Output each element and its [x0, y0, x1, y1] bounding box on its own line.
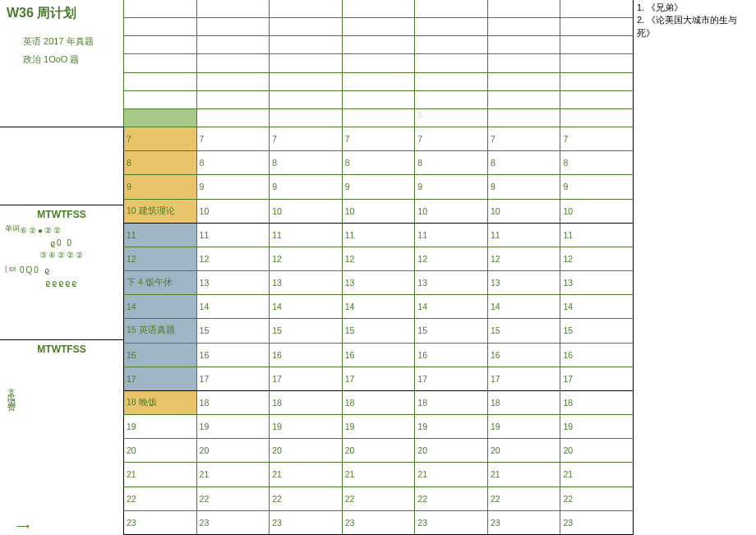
- sched-cell[interactable]: 7: [123, 127, 196, 150]
- sched-cell[interactable]: 9: [269, 175, 342, 198]
- sched-cell[interactable]: 21: [123, 463, 196, 486]
- sched-cell[interactable]: 23: [196, 511, 270, 534]
- sched-cell[interactable]: 13: [342, 271, 415, 294]
- sched-cell[interactable]: 下 4 饭午休: [123, 271, 196, 294]
- sched-cell[interactable]: 16: [196, 344, 270, 367]
- sched-cell[interactable]: 21: [342, 463, 415, 486]
- sched-cell[interactable]: 22: [342, 487, 415, 510]
- sched-cell[interactable]: 20: [342, 439, 415, 462]
- sched-cell[interactable]: 8: [560, 151, 633, 174]
- sched-cell[interactable]: 22: [414, 487, 487, 510]
- sched-cell[interactable]: 20: [560, 439, 633, 462]
- sched-cell[interactable]: 13: [560, 271, 633, 294]
- sched-cell[interactable]: 18: [196, 391, 270, 414]
- sched-cell[interactable]: 10: [560, 200, 633, 223]
- sched-cell[interactable]: 11: [560, 224, 633, 247]
- sched-cell[interactable]: 21: [560, 463, 633, 486]
- sched-cell[interactable]: 9: [414, 175, 487, 198]
- sched-cell[interactable]: 19: [269, 415, 342, 438]
- sched-cell[interactable]: 22: [196, 487, 270, 510]
- sched-cell[interactable]: 10: [487, 200, 560, 223]
- sched-cell[interactable]: 13: [269, 271, 342, 294]
- sched-cell[interactable]: 7: [269, 127, 342, 150]
- sched-cell[interactable]: 18: [487, 391, 560, 414]
- sched-cell[interactable]: 7: [342, 127, 415, 150]
- sched-cell[interactable]: 7: [414, 127, 487, 150]
- sched-cell[interactable]: 14: [269, 295, 342, 318]
- sched-cell[interactable]: 17: [560, 367, 633, 390]
- sched-cell[interactable]: 18 晚饭: [123, 391, 196, 414]
- sched-cell[interactable]: 19: [196, 415, 270, 438]
- sched-cell[interactable]: 8: [196, 151, 270, 174]
- sched-cell[interactable]: 16: [487, 344, 560, 367]
- sched-cell[interactable]: 8: [123, 151, 196, 174]
- sched-cell[interactable]: 20: [269, 439, 342, 462]
- sched-cell[interactable]: 23: [269, 511, 342, 534]
- sched-cell[interactable]: 16: [342, 344, 415, 367]
- sched-cell[interactable]: 15: [414, 319, 487, 342]
- sched-cell[interactable]: 15: [560, 319, 633, 342]
- sched-cell[interactable]: 11: [269, 224, 342, 247]
- sched-cell[interactable]: 17: [487, 367, 560, 390]
- sched-cell[interactable]: 13: [487, 271, 560, 294]
- sched-cell[interactable]: 15: [487, 319, 560, 342]
- sched-cell[interactable]: 10 建筑理论: [123, 200, 196, 223]
- sched-cell[interactable]: 12: [560, 247, 633, 270]
- sched-cell[interactable]: 17: [196, 367, 270, 390]
- sched-cell[interactable]: 9: [123, 175, 196, 198]
- sched-cell[interactable]: 7: [196, 127, 270, 150]
- sched-cell[interactable]: 19: [123, 415, 196, 438]
- sched-cell[interactable]: 22: [487, 487, 560, 510]
- sched-cell[interactable]: 21: [487, 463, 560, 486]
- sched-cell[interactable]: 18: [414, 391, 487, 414]
- sched-cell[interactable]: 16: [269, 344, 342, 367]
- sched-cell[interactable]: 21: [269, 463, 342, 486]
- sched-cell[interactable]: 7: [487, 127, 560, 150]
- sched-cell[interactable]: 19: [487, 415, 560, 438]
- sched-cell[interactable]: 8: [414, 151, 487, 174]
- sched-cell[interactable]: 9: [487, 175, 560, 198]
- sched-cell[interactable]: 15: [342, 319, 415, 342]
- sched-cell[interactable]: 23: [487, 511, 560, 534]
- sched-cell[interactable]: 12: [123, 247, 196, 270]
- sched-cell[interactable]: 11: [414, 224, 487, 247]
- sched-cell[interactable]: 22: [269, 487, 342, 510]
- sched-cell[interactable]: 18: [269, 391, 342, 414]
- sched-cell[interactable]: 16: [414, 344, 487, 367]
- sched-cell[interactable]: 12: [269, 247, 342, 270]
- sched-cell[interactable]: 8: [269, 151, 342, 174]
- sched-cell[interactable]: 12: [342, 247, 415, 270]
- sched-cell[interactable]: 7: [560, 127, 633, 150]
- sched-cell[interactable]: 23: [123, 511, 196, 534]
- sched-cell[interactable]: 9: [196, 175, 270, 198]
- sched-cell[interactable]: 8: [487, 151, 560, 174]
- sched-cell[interactable]: 10: [269, 200, 342, 223]
- sched-cell[interactable]: 20: [414, 439, 487, 462]
- sched-cell[interactable]: 23: [342, 511, 415, 534]
- sched-cell[interactable]: 20: [487, 439, 560, 462]
- sched-cell[interactable]: 12: [414, 247, 487, 270]
- sched-cell[interactable]: 14: [560, 295, 633, 318]
- sched-cell[interactable]: 21: [196, 463, 270, 486]
- sched-cell[interactable]: 13: [196, 271, 270, 294]
- sched-cell[interactable]: 18: [342, 391, 415, 414]
- sched-cell[interactable]: 20: [123, 439, 196, 462]
- sched-cell[interactable]: 9: [342, 175, 415, 198]
- sched-cell[interactable]: 17: [414, 367, 487, 390]
- sched-cell[interactable]: 10: [342, 200, 415, 223]
- sched-cell[interactable]: 12: [196, 247, 270, 270]
- sched-cell[interactable]: 9: [560, 175, 633, 198]
- sched-cell[interactable]: 11: [487, 224, 560, 247]
- sched-cell[interactable]: 12: [487, 247, 560, 270]
- sched-cell[interactable]: 14: [487, 295, 560, 318]
- sched-cell[interactable]: 11: [123, 224, 196, 247]
- sched-cell[interactable]: 13: [414, 271, 487, 294]
- sched-cell[interactable]: 19: [342, 415, 415, 438]
- sched-cell[interactable]: 10: [414, 200, 487, 223]
- sched-cell[interactable]: 11: [196, 224, 270, 247]
- sched-cell[interactable]: 16: [123, 344, 196, 367]
- sched-cell[interactable]: 15: [196, 319, 270, 342]
- sched-cell[interactable]: 14: [123, 295, 196, 318]
- sched-cell[interactable]: 14: [196, 295, 270, 318]
- sched-cell[interactable]: 17: [342, 367, 415, 390]
